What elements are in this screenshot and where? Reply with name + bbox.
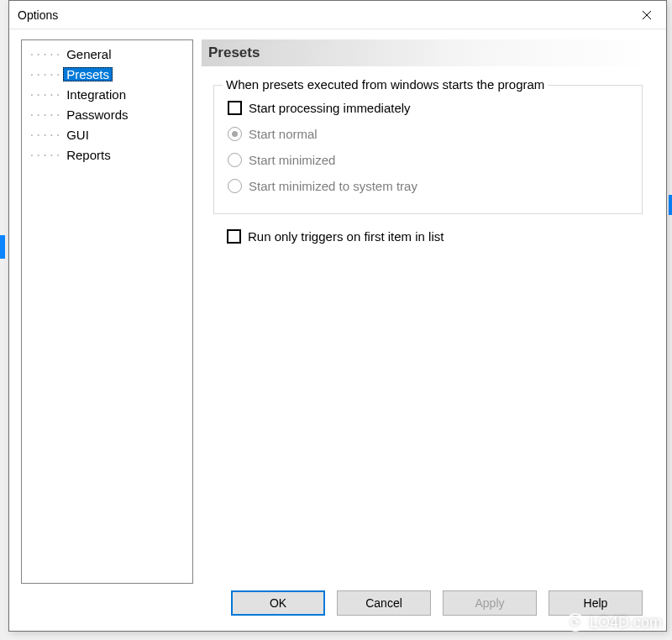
panel-body: When presets executed from windows start… <box>202 66 651 584</box>
tree-branch-icon: ····· <box>29 149 61 161</box>
tree-item-general[interactable]: ····· General <box>25 44 189 64</box>
background-accent <box>669 195 672 215</box>
tree-item-label: Integration <box>63 87 129 102</box>
titlebar: Options <box>9 1 666 29</box>
radio-label: Start minimized to system tray <box>249 179 417 193</box>
tree-branch-icon: ····· <box>29 88 61 101</box>
close-button[interactable] <box>627 2 666 29</box>
tree-branch-icon: ····· <box>29 68 61 81</box>
tree-branch-icon: ····· <box>29 129 61 141</box>
radio-label: Start normal <box>249 127 318 141</box>
apply-button[interactable]: Apply <box>443 590 537 616</box>
panel-heading: Presets <box>202 39 651 66</box>
tree-item-reports[interactable]: ····· Reports <box>25 144 189 165</box>
tree-branch-icon: ····· <box>29 48 61 60</box>
tree-item-gui[interactable]: ····· GUI <box>25 124 189 144</box>
checkbox-icon <box>227 229 241 244</box>
tree-item-label: GUI <box>63 128 92 142</box>
preset-start-groupbox: When presets executed from windows start… <box>213 85 643 214</box>
dialog-body: ····· General ····· Presets ····· Integr… <box>9 29 666 584</box>
radio-icon <box>228 179 242 193</box>
tree-item-presets[interactable]: ····· Presets <box>25 64 189 84</box>
cancel-button[interactable]: Cancel <box>337 590 431 616</box>
options-dialog: Options ····· General ····· Presets ····… <box>8 0 667 632</box>
tree-item-label: Presets <box>63 67 113 81</box>
start-normal-radio[interactable]: Start normal <box>228 127 628 141</box>
tree-item-label: General <box>63 47 114 61</box>
help-button[interactable]: Help <box>549 590 643 616</box>
tree-item-label: Passwords <box>63 108 131 122</box>
radio-label: Start minimized <box>249 153 335 167</box>
background-accent <box>0 235 5 259</box>
checkbox-label: Run only triggers on first item in list <box>248 229 444 244</box>
content-panel: Presets When presets executed from windo… <box>202 39 654 584</box>
window-title: Options <box>18 8 627 22</box>
tree-item-label: Reports <box>63 148 114 162</box>
start-processing-checkbox[interactable]: Start processing immediately <box>228 101 628 115</box>
radio-icon <box>228 153 242 167</box>
start-minimized-radio[interactable]: Start minimized <box>228 153 628 167</box>
options-tree[interactable]: ····· General ····· Presets ····· Integr… <box>21 39 193 584</box>
groupbox-legend: When presets executed from windows start… <box>223 77 548 92</box>
checkbox-label: Start processing immediately <box>249 101 411 115</box>
tree-item-integration[interactable]: ····· Integration <box>25 84 189 104</box>
close-icon <box>642 10 652 20</box>
tree-item-passwords[interactable]: ····· Passwords <box>25 104 189 124</box>
dialog-button-row: OK Cancel Apply Help <box>9 584 666 631</box>
start-tray-radio[interactable]: Start minimized to system tray <box>228 179 628 193</box>
run-only-triggers-checkbox[interactable]: Run only triggers on first item in list <box>227 229 643 244</box>
radio-icon <box>228 127 242 141</box>
tree-branch-icon: ····· <box>29 108 61 121</box>
ok-button[interactable]: OK <box>231 590 325 616</box>
checkbox-icon <box>228 101 242 115</box>
